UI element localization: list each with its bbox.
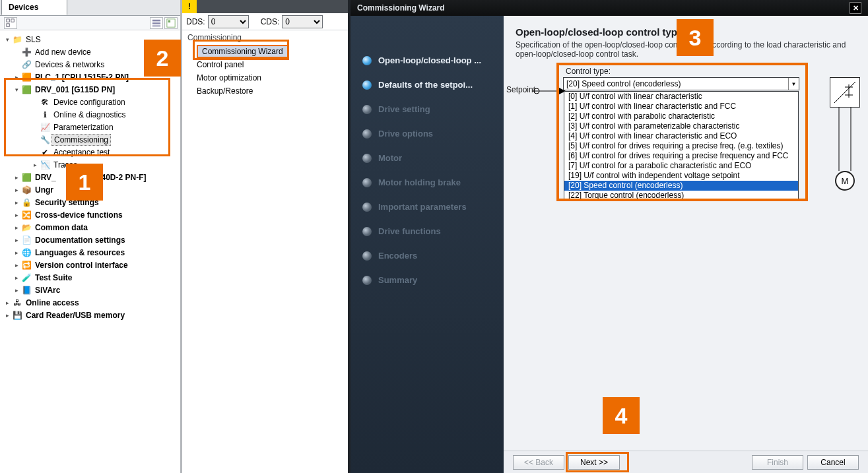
- wizard-step[interactable]: Drive setting: [362, 104, 497, 114]
- card-icon: 💾: [12, 310, 22, 321]
- caret-icon[interactable]: ▸: [32, 162, 38, 168]
- wizard-step[interactable]: Drive functions: [362, 226, 497, 236]
- dropdown-option[interactable]: [6] U/f control for drives requiring a p…: [564, 151, 798, 161]
- caret-icon[interactable]: ▸: [13, 262, 20, 268]
- step-dot-icon: [362, 251, 372, 261]
- tree-commissioning[interactable]: Commissioning: [51, 134, 111, 146]
- cmn-item-controlpanel[interactable]: Control panel: [182, 58, 348, 71]
- tree-online[interactable]: Online access: [24, 298, 81, 308]
- cmn-item-motoropt[interactable]: Motor optimization: [182, 71, 348, 84]
- drive-icon: 🟩: [21, 84, 32, 95]
- caret-icon[interactable]: ▸: [13, 249, 20, 256]
- step-dot-icon: [362, 80, 372, 90]
- layout-icon-2[interactable]: [164, 17, 178, 29]
- tree-card[interactable]: Card Reader/USB memory: [24, 310, 127, 321]
- tree-vcs[interactable]: Version control interface: [33, 260, 130, 270]
- dropdown-option[interactable]: [1] U/f control with linear characterist…: [564, 102, 798, 111]
- tree-drv001[interactable]: DRV_001 [G115D PN]: [33, 84, 117, 95]
- dropdown-option[interactable]: [4] U/f control with linear characterist…: [564, 131, 798, 141]
- tree-diag[interactable]: Online & diagnostics: [51, 110, 127, 120]
- layout-icon-1[interactable]: [150, 17, 163, 29]
- cmn-item-wizard[interactable]: Commissioning Wizard: [182, 45, 348, 58]
- tree-params[interactable]: Parameterization: [51, 122, 116, 133]
- step-dot-icon: [362, 105, 372, 114]
- security-icon: 🔒: [21, 197, 32, 208]
- wizard-step-list: Open-loop/closed-loop ... Defaults of th…: [351, 16, 504, 473]
- motor-symbol-icon: M: [835, 171, 855, 191]
- dropdown-option[interactable]: [3] U/f control with parameterizable cha…: [564, 121, 798, 131]
- warning-icon: !: [182, 0, 197, 13]
- wizard-step[interactable]: Encoders: [362, 251, 497, 261]
- step-dot-icon: [362, 227, 372, 236]
- caret-icon[interactable]: ▸: [13, 74, 20, 80]
- dropdown-option[interactable]: [22] Torque control (encoderless): [564, 191, 798, 201]
- wizard-step[interactable]: Important parameters: [362, 202, 497, 212]
- tree-test[interactable]: Test Suite: [33, 272, 74, 283]
- finish-button: Finish: [752, 455, 803, 470]
- caret-icon[interactable]: ▸: [4, 300, 11, 306]
- tree-sivarc[interactable]: SiVArc: [33, 285, 62, 296]
- svg-rect-0: [7, 18, 9, 21]
- network-icon: 🔗: [21, 59, 32, 70]
- dropdown-option[interactable]: [7] U/f control for a parabolic characte…: [564, 161, 798, 171]
- dds-select[interactable]: 0: [208, 15, 249, 28]
- cancel-button[interactable]: Cancel: [807, 455, 859, 470]
- caret-icon[interactable]: ▸: [13, 199, 20, 206]
- wizard-step[interactable]: Open-loop/closed-loop ...: [362, 55, 497, 65]
- control-type-value: [20] Speed control (encoderless): [566, 79, 681, 88]
- dropdown-option[interactable]: [0] U/f control with linear characterist…: [564, 92, 798, 102]
- next-button[interactable]: Next >>: [568, 455, 620, 470]
- wizard-step[interactable]: Drive options: [362, 129, 497, 139]
- caret-icon[interactable]: ▸: [13, 212, 20, 218]
- tree-root[interactable]: SLS: [24, 34, 43, 45]
- project-tree[interactable]: ▾📁SLS ➕Add new device 🔗Devices & network…: [0, 30, 180, 473]
- step-dot-icon: [362, 203, 372, 212]
- close-icon[interactable]: ✕: [850, 2, 861, 14]
- chevron-down-icon[interactable]: ▼: [788, 78, 799, 90]
- inverter-symbol-icon: [830, 77, 860, 108]
- tree-dev-net[interactable]: Devices & networks: [33, 59, 106, 70]
- control-type-select[interactable]: [20] Speed control (encoderless) ▼ [0] U…: [563, 77, 799, 90]
- wizard-title: Commissioning Wizard: [357, 3, 445, 13]
- dropdown-option[interactable]: [2] U/f control with parabolic character…: [564, 111, 798, 121]
- tree-doc[interactable]: Documentation settings: [33, 235, 127, 245]
- tree-ungr[interactable]: Ungr: [33, 185, 55, 195]
- caret-icon[interactable]: ▸: [13, 187, 20, 193]
- tab-devices[interactable]: Devices: [1, 0, 67, 15]
- caret-icon[interactable]: ▾: [4, 36, 11, 43]
- caret-icon[interactable]: ▸: [13, 224, 20, 231]
- tree-plc[interactable]: PLC_1 [CPU 1515F-2 PN]: [33, 72, 131, 82]
- dropdown-option[interactable]: [5] U/f control for drives requiring a p…: [564, 141, 798, 151]
- cmn-item-backup[interactable]: Backup/Restore: [182, 84, 348, 98]
- caret-icon[interactable]: ▸: [13, 274, 20, 281]
- tree-common[interactable]: Common data: [33, 222, 90, 233]
- wizard-step[interactable]: Motor holding brake: [362, 177, 497, 187]
- tree-tool-icon[interactable]: [4, 17, 17, 29]
- tree-accept[interactable]: Acceptance test: [51, 147, 112, 158]
- control-type-dropdown[interactable]: [0] U/f control with linear characterist…: [564, 91, 799, 201]
- svg-rect-1: [11, 18, 14, 21]
- caret-icon[interactable]: ▸: [13, 237, 20, 243]
- caret-icon[interactable]: ▾: [13, 86, 20, 93]
- dropdown-option[interactable]: [20] Speed control (encoderless): [564, 181, 798, 191]
- vcs-icon: 🔁: [21, 260, 32, 270]
- svg-line-11: [834, 82, 855, 103]
- accept-icon: ✔: [40, 147, 50, 158]
- wizard-step[interactable]: Defaults of the setpoi...: [362, 80, 497, 90]
- cross-icon: 🔀: [21, 210, 32, 220]
- svg-rect-5: [152, 25, 160, 26]
- tree-devcfg[interactable]: Device configuration: [51, 97, 127, 108]
- caret-icon[interactable]: ▸: [13, 174, 20, 181]
- tree-lang[interactable]: Languages & resources: [33, 247, 127, 258]
- dropdown-option[interactable]: [19] U/f control with independent voltag…: [564, 171, 798, 181]
- tree-cross[interactable]: Cross-device functions: [33, 210, 125, 220]
- wizard-step[interactable]: Summary: [362, 275, 497, 285]
- wizard-step[interactable]: Motor: [362, 153, 497, 163]
- caret-icon[interactable]: ▸: [13, 287, 20, 294]
- cds-select[interactable]: 0: [282, 15, 323, 28]
- step-dot-icon: [362, 129, 372, 139]
- caret-icon[interactable]: ▸: [4, 312, 11, 319]
- trace-icon: 📉: [40, 160, 50, 170]
- tree-add-device[interactable]: Add new device: [33, 47, 93, 57]
- add-icon: ➕: [21, 47, 32, 57]
